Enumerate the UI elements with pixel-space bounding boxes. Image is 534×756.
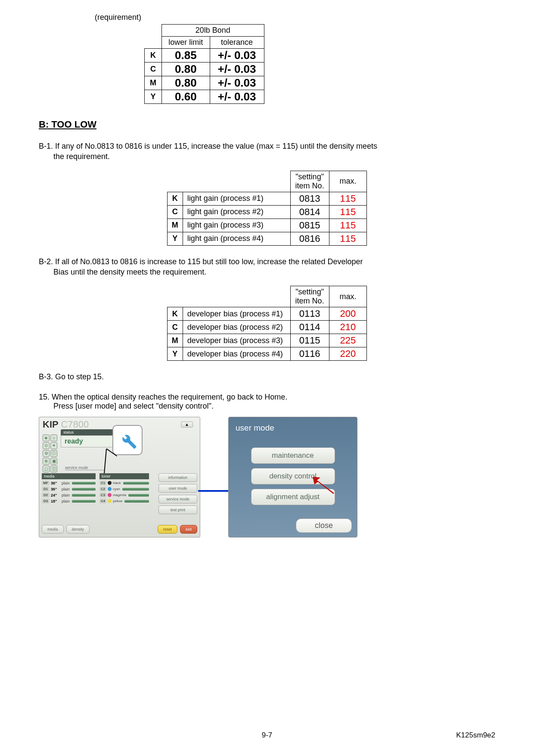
toner-row: C1black [99, 481, 149, 485]
media-slot: MF [42, 481, 50, 485]
toner-slot: C2 [99, 487, 106, 491]
media-slot: D2 [42, 493, 50, 497]
db-row-k: K [167, 307, 183, 321]
media-size: 18" [51, 499, 60, 503]
media-title: media [42, 473, 96, 479]
lg-num-3: 0816 [290, 232, 329, 245]
reset-button[interactable]: reset [158, 525, 177, 534]
db-max-0: 200 [329, 307, 367, 321]
db-num-2: 0115 [290, 334, 329, 347]
req-row-y: Y [145, 90, 162, 104]
db-row-m: M [167, 334, 183, 347]
req-row-c: C [145, 62, 162, 76]
toner-bar [123, 482, 149, 484]
req-c-limit: 0.80 [162, 62, 210, 76]
page-footer: 9-7 K125sm9e2 [39, 731, 495, 740]
bottom-left-buttons: mediadensity [42, 525, 90, 534]
status-icon: ▣ [50, 458, 57, 465]
b1-paragraph: B-1. If any of No.0813 to 0816 is under … [39, 141, 495, 162]
lg-desc-1: light gain (process #2) [183, 205, 290, 219]
requirement-table: 20lb Bond lower limit tolerance K0.85+/-… [144, 24, 264, 104]
toner-row: C3magenta [99, 493, 149, 497]
requirement-label: (requirement) [95, 13, 495, 22]
toner-row: C2cyan [99, 487, 149, 491]
media-bar [72, 500, 96, 503]
db-row-c: C [167, 321, 183, 334]
media-slot: D1 [42, 487, 50, 491]
step-15: 15. When the optical density reaches the… [39, 393, 495, 411]
service-mode-button[interactable]: service mode [158, 495, 197, 503]
document-id: K125sm9e2 [456, 731, 495, 740]
test-print-button[interactable]: test print [158, 506, 197, 514]
user-mode-screen: user mode maintenancedensity controlalig… [228, 417, 357, 537]
step15-line1: 15. When the optical density reaches the… [39, 393, 287, 401]
media-button[interactable]: media [42, 525, 64, 534]
req-c-tol: +/- 0.03 [210, 62, 264, 76]
req-col-tolerance: tolerance [210, 37, 264, 49]
media-bar [72, 482, 96, 484]
req-row-k: K [145, 49, 162, 62]
req-m-tol: +/- 0.03 [210, 76, 264, 90]
media-row: D224"plain [42, 493, 96, 497]
lg-desc-0: light gain (process #1) [183, 192, 290, 205]
lg-max-3: 115 [329, 232, 367, 245]
lg-max-0: 115 [329, 192, 367, 205]
col-max: max. [329, 171, 367, 192]
db-desc-2: developer bias (process #3) [183, 334, 290, 347]
step15-line2: Press [user mode] and select "density co… [53, 402, 495, 411]
media-section: media MF36"plainD136"plainD224"plainD318… [42, 473, 96, 503]
toner-name: yellow [113, 499, 122, 503]
toner-title: toner [99, 473, 149, 479]
media-row: MF36"plain [42, 481, 96, 485]
toner-bar [122, 488, 149, 490]
toner-dot-icon [108, 493, 112, 497]
density-button[interactable]: density [66, 525, 90, 534]
wrench-icon [112, 425, 143, 455]
db-num-0: 0113 [290, 307, 329, 321]
user-mode-buttons: maintenancedensity controlalignment adju… [233, 447, 353, 505]
status-icon: ☼ [50, 434, 57, 441]
toner-name: cyan [113, 487, 120, 491]
db-desc-3: developer bias (process #4) [183, 347, 290, 361]
b1-line1: B-1. If any of No.0813 to 0816 is under … [39, 142, 377, 150]
db-desc-1: developer bias (process #2) [183, 321, 290, 334]
status-icon: ⊗ [43, 458, 50, 465]
db-num-3: 0116 [290, 347, 329, 361]
home-screen: KIP C7800 ▲ ◈☼ ⊙✦ ⚙ⓘ ⊗▣ ◻◫ status ready … [39, 417, 200, 537]
user-mode-button[interactable]: user mode [158, 484, 197, 493]
db-num-1: 0114 [290, 321, 329, 334]
req-col-lowerlimit: lower limit [162, 37, 210, 49]
toner-name: magenta [113, 493, 126, 497]
lg-row-k: K [167, 192, 183, 205]
lg-row-c: C [167, 205, 183, 219]
information-button[interactable]: information [158, 473, 197, 482]
maintenance-button[interactable]: maintenance [251, 447, 335, 464]
toner-dot-icon [108, 499, 112, 503]
scroll-up-button[interactable]: ▲ [181, 422, 193, 428]
bottom-right-buttons: reset exit [158, 525, 197, 534]
toner-slot: C4 [99, 499, 106, 503]
toner-bar [128, 494, 149, 497]
req-group-header: 20lb Bond [162, 25, 264, 37]
callout-line [104, 449, 107, 475]
status-icon: ⊙ [43, 442, 50, 449]
req-y-tol: +/- 0.03 [210, 90, 264, 104]
lg-num-1: 0814 [290, 205, 329, 219]
exit-button[interactable]: exit [180, 525, 197, 534]
media-type: plain [62, 481, 70, 485]
page-number: 9-7 [262, 731, 273, 740]
lg-num-2: 0815 [290, 219, 329, 232]
lg-max-2: 115 [329, 219, 367, 232]
status-icon: ✦ [50, 442, 57, 449]
col-setting-2: "setting"item No. [290, 286, 329, 307]
toner-row: C4yellow [99, 499, 149, 503]
col-max-2: max. [329, 286, 367, 307]
media-size: 36" [51, 487, 60, 491]
db-desc-0: developer bias (process #1) [183, 307, 290, 321]
media-bar [72, 488, 96, 490]
lg-row-y: Y [167, 232, 183, 245]
b2-paragraph: B-2. If all of No.0813 to 0816 is increa… [39, 256, 495, 278]
close-button[interactable]: close [296, 519, 352, 533]
db-max-3: 220 [329, 347, 367, 361]
media-row: D136"plain [42, 487, 96, 491]
